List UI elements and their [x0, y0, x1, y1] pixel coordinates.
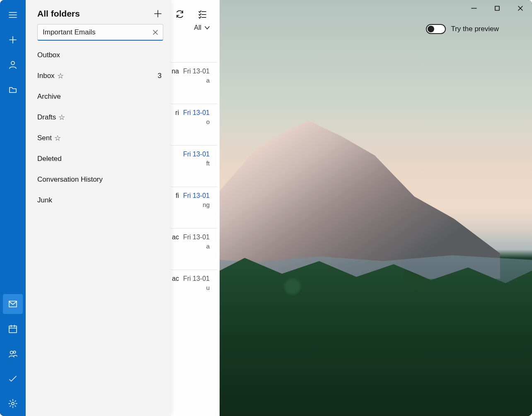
folder-item[interactable]: Outbox [26, 45, 171, 66]
folder-item[interactable]: Sent☆ [26, 128, 171, 148]
svg-point-17 [12, 402, 14, 405]
message-subject-fragment: fi [176, 192, 179, 199]
folder-item[interactable]: Deleted [26, 148, 171, 169]
window-controls [462, 0, 532, 17]
try-preview-label: Try the preview [451, 25, 499, 33]
svg-point-15 [10, 351, 13, 354]
toggle-switch[interactable] [426, 24, 446, 34]
message-date: Fri 13-01 [183, 234, 210, 241]
try-preview-toggle[interactable]: Try the preview [426, 24, 499, 34]
folder-name-field[interactable] [37, 24, 163, 41]
filter-label: All [194, 24, 201, 32]
minimize-button[interactable] [462, 0, 486, 17]
clear-input-button[interactable] [148, 24, 163, 40]
folder-item-label: Outbox [37, 51, 60, 59]
message-date: Fri 13-01 [183, 151, 210, 158]
folder-item-label: Drafts [37, 113, 56, 122]
star-icon[interactable]: ☆ [58, 113, 65, 122]
folder-item-label: Junk [37, 196, 52, 204]
mail-app-button[interactable] [3, 294, 23, 314]
star-icon[interactable]: ☆ [54, 134, 61, 143]
folder-item[interactable]: Junk [26, 190, 171, 211]
message-subject-fragment: na [172, 68, 179, 75]
close-icon [152, 29, 158, 35]
maximize-button[interactable] [486, 0, 509, 17]
sync-button[interactable] [172, 6, 188, 22]
message-date: Fri 13-01 [183, 109, 210, 117]
folder-item-label: Conversation History [37, 175, 103, 184]
folder-item[interactable]: Drafts☆ [26, 107, 171, 128]
close-button[interactable] [509, 0, 532, 17]
people-app-button[interactable] [3, 344, 23, 364]
folder-item-label: Archive [37, 92, 61, 101]
chevron-down-icon [204, 24, 210, 31]
svg-point-16 [13, 351, 16, 353]
folders-button[interactable] [3, 80, 23, 100]
folder-item-label: Inbox [37, 72, 55, 80]
folder-item[interactable]: Conversation History [26, 169, 171, 190]
folder-item-count: 3 [158, 72, 162, 80]
selection-mode-button[interactable] [194, 6, 210, 22]
svg-rect-1 [495, 6, 499, 10]
folder-item[interactable]: Archive [26, 86, 171, 107]
folders-flyout: All folders OutboxInbox☆3ArchiveDrafts☆S… [26, 0, 171, 416]
svg-rect-11 [9, 326, 17, 333]
folder-item-label: Sent [37, 134, 52, 142]
message-date: Fri 13-01 [183, 275, 210, 282]
folder-name-input[interactable] [38, 28, 148, 36]
message-subject-fragment: ac [172, 234, 179, 241]
folders-title: All folders [37, 9, 151, 19]
message-subject-fragment: ac [172, 275, 179, 282]
message-date: Fri 13-01 [183, 68, 210, 75]
calendar-app-button[interactable] [3, 319, 23, 339]
filter-dropdown[interactable]: All [194, 24, 210, 32]
folder-item[interactable]: Inbox☆3 [26, 66, 171, 86]
todo-app-button[interactable] [3, 369, 23, 389]
accounts-button[interactable] [3, 55, 23, 75]
nav-rail [0, 0, 26, 416]
message-subject-fragment: ri [175, 109, 179, 117]
settings-button[interactable] [3, 394, 23, 414]
star-icon[interactable]: ☆ [57, 71, 64, 80]
new-folder-button[interactable] [151, 7, 165, 21]
svg-point-9 [11, 61, 15, 65]
hamburger-button[interactable] [3, 5, 23, 25]
message-date: Fri 13-01 [183, 192, 210, 199]
new-mail-button[interactable] [3, 30, 23, 50]
folder-item-label: Deleted [37, 155, 62, 163]
